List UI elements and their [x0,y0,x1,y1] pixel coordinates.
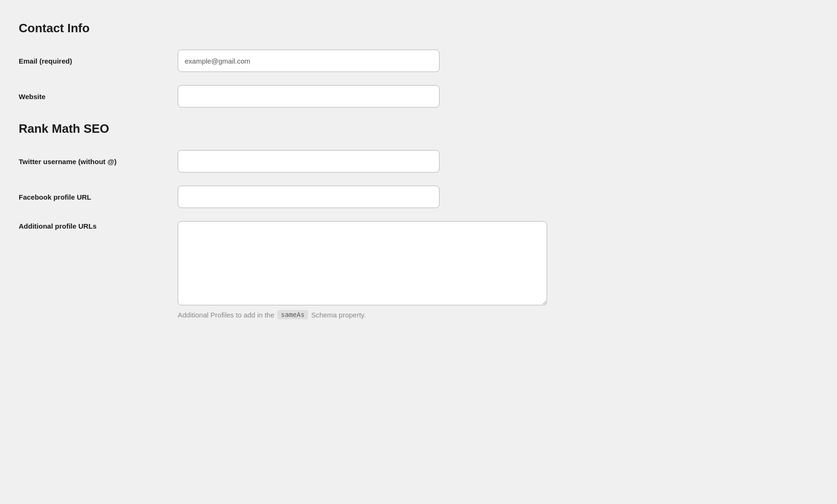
website-input[interactable] [178,85,440,108]
page-container: Contact Info Email (required) Website Ra… [0,0,561,347]
rank-math-seo-section: Rank Math SEO Twitter username (without … [19,122,542,319]
facebook-input[interactable] [178,186,440,208]
facebook-label: Facebook profile URL [19,192,178,202]
website-row: Website [19,85,542,108]
rank-math-seo-title: Rank Math SEO [19,122,542,136]
twitter-row: Twitter username (without @) [19,150,542,173]
email-input[interactable] [178,50,440,72]
contact-info-title: Contact Info [19,21,542,36]
hint-prefix: Additional Profiles to add in the [178,311,274,319]
email-row: Email (required) [19,50,542,72]
additional-profiles-label: Additional profile URLs [19,221,178,231]
hint-suffix: Schema property. [311,311,366,319]
email-label: Email (required) [19,56,178,66]
additional-profiles-row: Additional profile URLs Additional Profi… [19,221,542,319]
twitter-label: Twitter username (without @) [19,157,178,166]
facebook-row: Facebook profile URL [19,186,542,208]
twitter-input[interactable] [178,150,440,173]
textarea-wrapper: Additional Profiles to add in the sameAs… [178,221,547,319]
additional-profiles-textarea[interactable] [178,221,547,305]
website-label: Website [19,92,178,101]
hint-text: Additional Profiles to add in the sameAs… [178,310,547,319]
contact-info-section: Contact Info Email (required) Website [19,21,542,108]
hint-code: sameAs [277,310,309,319]
